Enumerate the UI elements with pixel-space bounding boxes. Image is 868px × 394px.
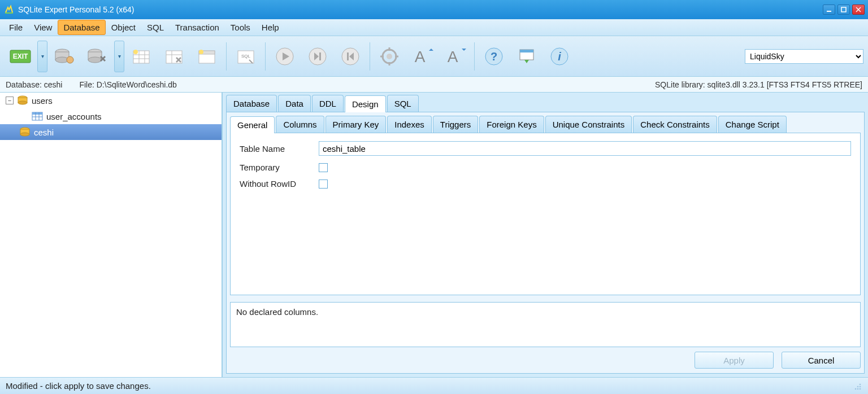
svg-rect-43: [520, 50, 533, 52]
subtab-unique-constraints[interactable]: Unique Constraints: [545, 116, 632, 133]
tree-item-ceshi[interactable]: ceshi: [0, 124, 222, 140]
tab-database[interactable]: Database: [226, 95, 277, 112]
svg-point-48: [18, 101, 27, 104]
cancel-button[interactable]: Cancel: [782, 352, 861, 369]
table-icon: [32, 111, 43, 121]
menu-database[interactable]: Database: [58, 20, 105, 35]
design-tab-body: General Columns Primary Key Indexes Trig…: [226, 112, 865, 374]
svg-point-24: [199, 50, 203, 54]
subtab-general[interactable]: General: [230, 116, 275, 133]
database-icon: [17, 95, 28, 106]
table-name-label: Table Name: [240, 144, 319, 154]
table-tools-icon[interactable]: [158, 41, 190, 72]
status-message: Modified - click apply to save changes.: [6, 381, 151, 391]
svg-text:SQL: SQL: [241, 54, 251, 59]
tab-data[interactable]: Data: [278, 95, 311, 112]
toolbar-dropdown-1[interactable]: [37, 41, 47, 72]
apply-button[interactable]: Apply: [695, 352, 774, 369]
menu-tools[interactable]: Tools: [225, 20, 256, 35]
button-row: Apply Cancel: [230, 352, 861, 369]
library-label: SQLite library: sqlite3.dll 3.23.1 [FTS3…: [655, 80, 862, 89]
columns-message-box: No declared columns.: [230, 302, 861, 347]
update-icon[interactable]: [511, 41, 542, 72]
menu-bar: File View Database Object SQL Transactio…: [0, 19, 868, 36]
database-tree: − users user_accounts ceshi: [0, 93, 223, 377]
temporary-checkbox[interactable]: [319, 163, 328, 172]
tab-design[interactable]: Design: [345, 95, 386, 112]
menu-view[interactable]: View: [28, 20, 58, 35]
toolbar: EXIT SQL A A ? i: [0, 36, 868, 77]
font-increase-icon[interactable]: A: [406, 41, 438, 72]
next-icon[interactable]: [302, 41, 333, 72]
temporary-label: Temporary: [240, 163, 319, 172]
svg-text:A: A: [415, 48, 426, 65]
subtab-columns[interactable]: Columns: [276, 116, 324, 133]
subtab-triggers[interactable]: Triggers: [433, 116, 478, 133]
minimize-button[interactable]: [823, 5, 835, 15]
help-icon[interactable]: ?: [478, 41, 510, 72]
menu-file[interactable]: File: [3, 20, 28, 35]
new-view-icon[interactable]: [191, 41, 223, 72]
new-table-icon[interactable]: [125, 41, 157, 72]
tab-sql[interactable]: SQL: [387, 95, 419, 112]
maximize-button[interactable]: [837, 5, 850, 15]
svg-point-56: [20, 133, 29, 136]
subtab-check-constraints[interactable]: Check Constraints: [633, 116, 717, 133]
toolbar-separator: [474, 42, 475, 71]
info-icon[interactable]: i: [544, 41, 575, 72]
subtab-indexes[interactable]: Indexes: [387, 116, 432, 133]
table-name-input[interactable]: [319, 141, 851, 156]
status-bar: Modified - click apply to save changes.: [0, 377, 868, 394]
svg-rect-1: [841, 7, 846, 12]
svg-text:A: A: [448, 48, 458, 65]
svg-rect-31: [347, 52, 349, 60]
subtab-change-script[interactable]: Change Script: [718, 116, 787, 133]
prev-icon[interactable]: [335, 41, 366, 72]
db-tools-icon[interactable]: [81, 41, 113, 72]
play-icon[interactable]: [269, 41, 301, 72]
database-icon: [19, 127, 31, 137]
toolbar-separator: [226, 42, 227, 71]
svg-point-59: [860, 386, 861, 387]
svg-point-18: [133, 50, 138, 54]
sub-tabs: General Columns Primary Key Indexes Trig…: [230, 116, 861, 133]
tree-root-users[interactable]: − users: [0, 93, 222, 108]
columns-message: No declared columns.: [236, 307, 318, 317]
font-decrease-icon[interactable]: A: [439, 41, 471, 72]
right-pane: Database Data DDL Design SQL General Col…: [223, 93, 868, 377]
menu-help[interactable]: Help: [256, 20, 285, 35]
tree-label: user_accounts: [46, 112, 102, 121]
toolbar-dropdown-2[interactable]: [114, 41, 124, 72]
collapse-icon[interactable]: −: [6, 97, 14, 104]
menu-sql[interactable]: SQL: [141, 20, 170, 35]
without-rowid-checkbox[interactable]: [319, 180, 328, 189]
theme-select[interactable]: LiquidSky: [745, 49, 863, 64]
menu-object[interactable]: Object: [106, 20, 141, 35]
sql-edit-icon[interactable]: SQL: [230, 41, 262, 72]
svg-point-33: [387, 54, 392, 59]
subtab-foreign-keys[interactable]: Foreign Keys: [479, 116, 544, 133]
gear-icon[interactable]: [374, 41, 405, 72]
menu-transaction[interactable]: Transaction: [170, 20, 225, 35]
tree-label: ceshi: [34, 128, 54, 137]
main-area: − users user_accounts ceshi Database Dat…: [0, 93, 868, 377]
resize-grip-icon: [852, 381, 862, 391]
svg-point-60: [855, 388, 857, 389]
svg-point-9: [67, 56, 73, 63]
exit-button[interactable]: EXIT: [5, 41, 36, 72]
svg-text:EXIT: EXIT: [13, 52, 28, 60]
close-button[interactable]: [852, 5, 865, 15]
svg-point-57: [860, 383, 861, 385]
general-panel: Table Name Temporary Without RowID: [230, 133, 861, 295]
app-icon: [3, 4, 15, 15]
window-title: SQLite Expert Personal 5.2 (x64): [18, 5, 823, 14]
svg-rect-29: [319, 52, 321, 60]
tab-ddl[interactable]: DDL: [312, 95, 344, 112]
toolbar-separator: [370, 42, 370, 71]
db-user-icon[interactable]: [49, 41, 80, 72]
subtab-primary-key[interactable]: Primary Key: [326, 116, 387, 133]
tree-label: users: [32, 96, 53, 106]
database-label: Database: ceshi: [6, 80, 62, 89]
tree-item-user-accounts[interactable]: user_accounts: [0, 108, 222, 124]
toolbar-separator: [265, 42, 266, 71]
